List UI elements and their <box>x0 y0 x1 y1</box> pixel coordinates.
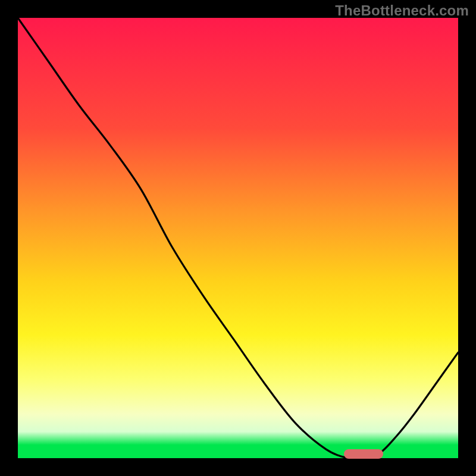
chart-frame: TheBottleneck.com <box>0 0 476 476</box>
plot-area <box>18 18 458 458</box>
bottleneck-curve <box>18 18 458 458</box>
watermark-text: TheBottleneck.com <box>335 2 469 19</box>
optimum-marker <box>344 449 384 459</box>
curve-path <box>18 18 458 459</box>
